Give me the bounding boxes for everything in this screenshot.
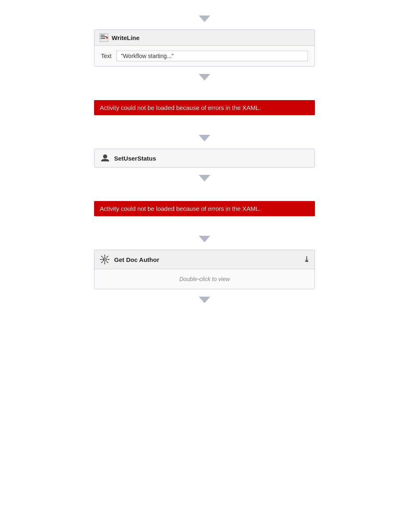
svg-rect-2 (101, 36, 106, 37)
svg-line-11 (101, 256, 103, 257)
arrow-down-icon (199, 175, 210, 181)
svg-line-14 (101, 262, 103, 263)
getdocauthor-body[interactable]: Double-click to view (94, 269, 315, 289)
arrow-down-icon (199, 74, 210, 80)
activity-setuserstatus[interactable]: SetUserStatus (94, 149, 315, 168)
activity-getdocauthor[interactable]: Get Doc Author ⤓ Double-click to view (94, 250, 315, 289)
connector-arrow-bottom (199, 293, 210, 306)
svg-rect-1 (101, 35, 105, 36)
cog-icon (99, 254, 110, 265)
error-banner-2: Activity could not be loaded because of … (94, 201, 315, 216)
user-icon (100, 153, 110, 163)
connector-arrow-4 (199, 232, 210, 246)
arrow-down-icon (199, 236, 210, 242)
setuserstatus-title: SetUserStatus (114, 155, 156, 162)
getdocauthor-header-left: Get Doc Author (99, 254, 159, 265)
connector-arrow-top (199, 12, 210, 25)
workflow-canvas: WriteLine Text "Workflow starting..." Ac… (82, 8, 327, 311)
svg-point-5 (103, 154, 107, 159)
getdocauthor-placeholder: Double-click to view (179, 276, 230, 282)
svg-line-13 (107, 256, 108, 257)
writeline-body: Text "Workflow starting..." (94, 46, 315, 66)
error-message-1: Activity could not be loaded because of … (100, 104, 261, 111)
text-field-label: Text (101, 53, 112, 59)
connector-arrow-3 (199, 172, 210, 185)
svg-marker-15 (103, 259, 106, 260)
connector-arrow-1 (199, 71, 210, 84)
error-message-2: Activity could not be loaded because of … (100, 205, 261, 212)
activity-writeline[interactable]: WriteLine Text "Workflow starting..." (94, 29, 315, 67)
getdocauthor-title: Get Doc Author (114, 256, 159, 263)
writeline-title: WriteLine (112, 34, 139, 41)
arrow-down-icon (199, 16, 210, 22)
getdocauthor-header: Get Doc Author ⤓ (94, 250, 315, 269)
error-banner-1: Activity could not be loaded because of … (94, 100, 315, 115)
activity-writeline-header: WriteLine (94, 30, 315, 46)
text-field-value[interactable]: "Workflow starting..." (117, 51, 308, 61)
connector-arrow-2 (199, 132, 210, 145)
svg-rect-3 (101, 38, 105, 39)
arrow-down-icon (199, 135, 210, 141)
writeline-icon (99, 33, 108, 42)
svg-line-12 (107, 262, 108, 263)
expand-collapse-icon[interactable]: ⤓ (303, 256, 310, 263)
arrow-down-icon (199, 297, 210, 303)
